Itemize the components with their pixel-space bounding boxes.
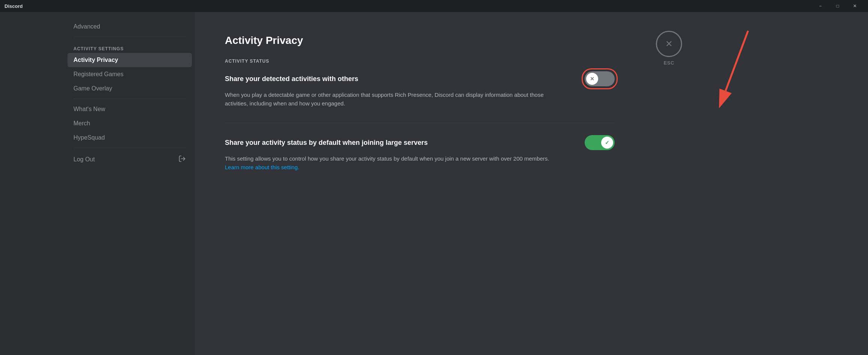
- toggle1-x-icon: ✕: [590, 76, 594, 82]
- toggle1-knob: ✕: [586, 73, 598, 85]
- sidebar: Advanced ACTIVITY SETTINGS Activity Priv…: [0, 12, 195, 355]
- toggle2-knob: ✓: [601, 137, 613, 149]
- sidebar-divider-3: [73, 148, 186, 148]
- titlebar: Discord − □ ✕: [0, 0, 868, 12]
- sidebar-item-game-overlay[interactable]: Game Overlay: [67, 81, 192, 96]
- sidebar-divider-2: [73, 99, 186, 99]
- setting1-description: When you play a detectable game or other…: [225, 91, 562, 108]
- setting-row-1: Share your detected activities with othe…: [225, 71, 615, 86]
- minimize-button[interactable]: −: [812, 0, 829, 12]
- sidebar-item-registered-games[interactable]: Registered Games: [67, 67, 192, 81]
- setting2-description: This setting allows you to control how y…: [225, 155, 562, 171]
- svg-line-2: [726, 31, 748, 91]
- setting2-learn-more-link[interactable]: Learn more about this setting.: [225, 164, 299, 170]
- activity-status-section: ACTIVITY STATUS: [225, 59, 615, 64]
- page-title: Activity Privacy: [225, 35, 615, 47]
- settings-divider: [225, 123, 615, 123]
- content-main: Activity Privacy ACTIVITY STATUS Share y…: [195, 12, 645, 355]
- sidebar-item-hypesquad[interactable]: HypeSquad: [67, 131, 192, 145]
- activity-settings-section-label: ACTIVITY SETTINGS: [67, 40, 192, 53]
- close-area: ✕ ESC: [645, 12, 693, 355]
- logout-label: Log Out: [73, 156, 95, 163]
- setting-block-1: Share your detected activities with othe…: [225, 71, 615, 108]
- sidebar-item-logout[interactable]: Log Out: [67, 151, 192, 168]
- sidebar-item-whats-new[interactable]: What's New: [67, 102, 192, 116]
- toggle2-check-icon: ✓: [605, 140, 609, 146]
- window-controls: − □ ✕: [812, 0, 864, 12]
- arrow-annotation: [688, 27, 763, 102]
- setting2-title: Share your activity status by default wh…: [225, 139, 585, 147]
- window-close-button[interactable]: ✕: [846, 0, 864, 12]
- esc-close-button[interactable]: ✕: [656, 31, 682, 57]
- sidebar-item-advanced[interactable]: Advanced: [67, 20, 192, 34]
- esc-label: ESC: [664, 60, 675, 66]
- sidebar-divider-1: [73, 37, 186, 37]
- setting-block-2: Share your activity status by default wh…: [225, 135, 615, 171]
- content-area: Activity Privacy ACTIVITY STATUS Share y…: [195, 12, 868, 355]
- share-activities-toggle[interactable]: ✕: [585, 71, 615, 86]
- setting-row-2: Share your activity status by default wh…: [225, 135, 615, 150]
- logout-icon: [178, 155, 186, 164]
- app-title: Discord: [4, 3, 22, 9]
- sidebar-item-merch[interactable]: Merch: [67, 116, 192, 131]
- toggle1-wrapper: ✕: [585, 71, 615, 86]
- main-layout: Advanced ACTIVITY SETTINGS Activity Priv…: [0, 12, 868, 355]
- sidebar-item-activity-privacy[interactable]: Activity Privacy: [67, 53, 192, 67]
- share-large-servers-toggle[interactable]: ✓: [585, 135, 615, 150]
- maximize-button[interactable]: □: [829, 0, 846, 12]
- setting1-title: Share your detected activities with othe…: [225, 75, 585, 83]
- setting2-desc-text: This setting allows you to control how y…: [225, 155, 549, 162]
